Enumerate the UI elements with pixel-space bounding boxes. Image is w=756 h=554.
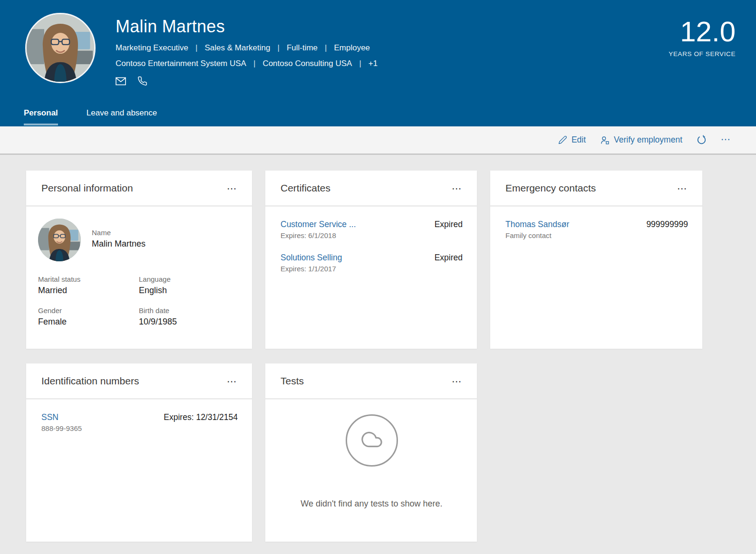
personal-information-header: Personal information ⋯: [26, 171, 252, 206]
marital-status-value: Married: [38, 284, 139, 297]
years-of-service-value: 12.0: [669, 17, 736, 47]
tab-bar: Personal Leave and absence: [0, 105, 756, 126]
refresh-icon: [697, 135, 707, 145]
more-options-button[interactable]: ⋯: [721, 134, 731, 146]
identification-expires: Expires: 12/31/2154: [164, 411, 238, 434]
department: Sales & Marketing: [205, 43, 271, 52]
employee-photo-small-illustration: [38, 219, 81, 261]
action-toolbar: Edit Verify employment ⋯: [0, 126, 756, 155]
certificate-expires: Expires: 6/1/2018: [281, 230, 356, 241]
employee-summary: Malin Martnes Marketing Executive|Sales …: [116, 16, 378, 105]
tab-leave-label: Leave and absence: [87, 108, 157, 117]
gender-field: Gender Female: [38, 306, 139, 328]
certificate-row: Solutions Selling Expires: 1/1/2017 Expi…: [281, 252, 463, 275]
emergency-contact-relation: Family contact: [505, 230, 569, 241]
phone-icon[interactable]: [137, 76, 147, 86]
name-field-label: Name: [92, 228, 145, 238]
emergency-contacts-title: Emergency contacts: [505, 182, 596, 194]
tests-title: Tests: [281, 375, 304, 387]
certificate-name-link[interactable]: Customer Service ...: [281, 219, 356, 230]
separator: |: [359, 59, 361, 68]
company-primary: Contoso Entertainment System USA: [116, 59, 246, 68]
certificate-row: Customer Service ... Expires: 6/1/2018 E…: [281, 219, 463, 241]
profile-header: Malin Martnes Marketing Executive|Sales …: [0, 0, 756, 105]
certificates-card: Certificates ⋯ Customer Service ... Expi…: [265, 171, 477, 349]
employment-type: Full-time: [287, 43, 318, 52]
identification-numbers-title: Identification numbers: [41, 375, 139, 387]
tab-personal[interactable]: Personal: [24, 105, 58, 126]
separator: |: [277, 43, 279, 52]
tests-empty-message: We didn't find any tests to show here.: [296, 497, 448, 510]
separator: |: [195, 43, 197, 52]
person-verify-icon: [600, 135, 610, 145]
profile-photo: [25, 13, 96, 83]
birth-date-field: Birth date 10/9/1985: [139, 306, 238, 328]
birth-date-label: Birth date: [139, 306, 238, 315]
birth-date-value: 10/9/1985: [139, 315, 238, 328]
certificate-expires: Expires: 1/1/2017: [281, 263, 342, 275]
emergency-contacts-body: Thomas Sandsør Family contact 999999999: [490, 206, 702, 349]
gender-value: Female: [38, 315, 139, 328]
name-field-value: Malin Martnes: [92, 238, 145, 250]
tests-header: Tests ⋯: [265, 363, 477, 399]
emergency-contacts-card: Emergency contacts ⋯ Thomas Sandsør Fami…: [490, 171, 702, 349]
pencil-icon: [558, 135, 567, 144]
profile-photo-illustration: [27, 14, 94, 82]
identification-numbers-body: SSN 888-99-9365 Expires: 12/31/2154: [26, 399, 252, 542]
personal-information-body: Name Malin Martnes Marital status Marrie…: [26, 206, 252, 349]
identification-type-link[interactable]: SSN: [41, 411, 58, 423]
company-meta-line: Contoso Entertainment System USA|Contoso…: [116, 59, 378, 68]
tests-more-button[interactable]: ⋯: [450, 375, 464, 387]
emergency-contact-row: Thomas Sandsør Family contact 999999999: [505, 219, 688, 241]
tab-personal-label: Personal: [24, 108, 58, 117]
personal-information-card: Personal information ⋯: [26, 171, 252, 349]
refresh-button[interactable]: [697, 135, 707, 145]
certificates-more-button[interactable]: ⋯: [450, 182, 464, 194]
emergency-contacts-more-button[interactable]: ⋯: [675, 182, 689, 194]
identification-numbers-header: Identification numbers ⋯: [26, 363, 252, 399]
position-meta-line: Marketing Executive|Sales & Marketing|Fu…: [116, 43, 378, 53]
verify-employment-label: Verify employment: [614, 135, 682, 145]
company-more-count[interactable]: +1: [368, 59, 378, 68]
marital-status-field: Marital status Married: [38, 275, 139, 297]
certificate-status: Expired: [435, 219, 463, 241]
certificate-name-link[interactable]: Solutions Selling: [281, 252, 342, 263]
verify-employment-button[interactable]: Verify employment: [600, 135, 682, 145]
marital-status-label: Marital status: [38, 275, 139, 284]
company-secondary: Contoso Consulting USA: [262, 59, 352, 68]
tab-leave-and-absence[interactable]: Leave and absence: [87, 105, 157, 126]
employee-photo-small: [38, 219, 81, 261]
language-value: English: [139, 284, 238, 297]
empty-state-circle: [346, 414, 398, 467]
language-field: Language English: [139, 275, 238, 297]
separator: |: [325, 43, 327, 52]
tests-body: We didn't find any tests to show here.: [265, 399, 477, 542]
identification-numbers-card: Identification numbers ⋯ SSN 888-99-9365…: [26, 363, 252, 542]
cards-area: Personal information ⋯: [0, 155, 756, 542]
certificates-title: Certificates: [281, 182, 330, 194]
certificates-body: Customer Service ... Expires: 6/1/2018 E…: [265, 206, 477, 349]
years-of-service-label: YEARS OF SERVICE: [669, 50, 736, 57]
years-of-service: 12.0 YEARS OF SERVICE: [669, 17, 736, 57]
employee-name: Malin Martnes: [116, 16, 378, 37]
worker-type: Employee: [334, 43, 370, 52]
language-label: Language: [139, 275, 238, 284]
personal-information-more-button[interactable]: ⋯: [225, 182, 239, 194]
certificates-header: Certificates ⋯: [265, 171, 477, 206]
contact-icons: [116, 76, 378, 86]
identification-numbers-more-button[interactable]: ⋯: [225, 375, 239, 387]
email-icon[interactable]: [116, 77, 126, 86]
identification-number: 888-99-9365: [41, 423, 82, 434]
emergency-contact-name-link[interactable]: Thomas Sandsør: [505, 219, 569, 230]
emergency-contact-phone: 999999999: [646, 219, 688, 241]
edit-button-label: Edit: [572, 135, 586, 145]
gender-label: Gender: [38, 306, 139, 315]
separator: |: [253, 59, 255, 68]
identification-row: SSN 888-99-9365 Expires: 12/31/2154: [41, 411, 238, 434]
emergency-contacts-header: Emergency contacts ⋯: [490, 171, 702, 206]
tests-card: Tests ⋯ We didn't find any tests to show…: [265, 363, 477, 542]
personal-information-title: Personal information: [41, 182, 133, 194]
edit-button[interactable]: Edit: [558, 135, 586, 145]
job-title: Marketing Executive: [116, 43, 188, 52]
cloud-icon: [359, 429, 385, 452]
